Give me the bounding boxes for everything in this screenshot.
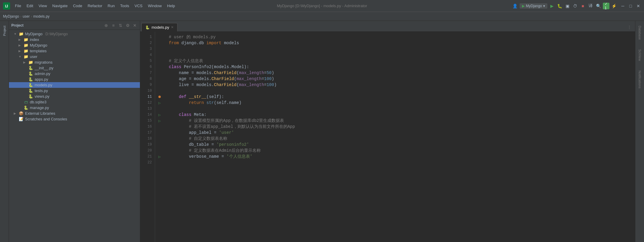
tree-item-manage[interactable]: 🐍 manage.py xyxy=(9,105,140,111)
line-num-20: 20 xyxy=(140,148,155,154)
line-num-6: 6 xyxy=(140,64,155,70)
search-everywhere-button[interactable]: 🔍 xyxy=(595,3,602,9)
menu-tools[interactable]: Tools xyxy=(118,2,132,9)
code-line-3 xyxy=(169,46,635,52)
run-button[interactable]: ▶ xyxy=(549,3,555,9)
close-button[interactable]: ✕ xyxy=(636,3,641,9)
gutter: ▷ ▷ ▷ ▷ xyxy=(155,32,164,242)
profile-button[interactable]: 👤 xyxy=(512,3,518,9)
code-line-21: verbose_name = '个人信息表' xyxy=(169,154,635,160)
menu-run[interactable]: Run xyxy=(105,2,117,9)
gutter-5 xyxy=(155,58,164,64)
line-num-21: 21 xyxy=(140,154,155,160)
gutter-6 xyxy=(155,64,164,70)
gutter-12: ▷ xyxy=(155,100,164,106)
power-save-button[interactable]: ⚡ xyxy=(611,3,617,9)
tab-close-button[interactable]: ✕ xyxy=(171,25,174,29)
tree-item-migrations[interactable]: ▶ 📁 migrations xyxy=(9,59,140,65)
code-line-10 xyxy=(169,88,635,94)
database-tab[interactable]: Database xyxy=(637,23,643,42)
code-line-4 xyxy=(169,52,635,58)
code-line-12: return str(self.name) xyxy=(169,100,635,106)
hide-panel-button[interactable]: ✕ xyxy=(132,23,138,28)
line-num-4: 4 xyxy=(140,52,155,58)
tree-item-admin[interactable]: 🐍 admin.py xyxy=(9,71,140,76)
tree-item-db[interactable]: 🗃 db.sqlite3 xyxy=(9,99,140,105)
tab-label: models.py xyxy=(152,25,169,30)
sort-button[interactable]: ⇅ xyxy=(118,23,123,28)
line-num-11: 11 xyxy=(140,94,155,100)
translate-button[interactable]: 译 xyxy=(587,3,594,9)
line-numbers: 1 2 3 4 5 6 7 8 9 10 11 12 13 14 15 16 1… xyxy=(140,32,155,242)
tree-item-index[interactable]: ▶ 📁 index xyxy=(9,37,140,42)
tree-item-mydjango[interactable]: ▶ 📁 MyDjango xyxy=(9,42,140,48)
code-line-18: # 自定义数据表名称 xyxy=(169,136,635,142)
maximize-button[interactable]: □ xyxy=(628,3,633,9)
settings-button[interactable]: ⚙ xyxy=(125,23,130,28)
gutter-20 xyxy=(155,148,164,154)
menu-edit[interactable]: Edit xyxy=(24,2,35,9)
menu-code[interactable]: Code xyxy=(71,2,85,9)
gutter-11[interactable] xyxy=(155,94,164,100)
menu-vcs[interactable]: VCS xyxy=(132,2,145,9)
inspection-badge[interactable]: ✓ 1 xyxy=(603,3,609,9)
app-logo: IJ xyxy=(3,2,10,10)
breadcrumb-item-3[interactable]: models.py xyxy=(33,14,50,19)
code-content[interactable]: # user 的 models.py from django.db import… xyxy=(164,32,635,242)
coverage-button[interactable]: ▣ xyxy=(564,3,571,9)
window-controls: ─ □ ✕ xyxy=(620,3,641,9)
tree-item-tests[interactable]: 🐍 tests.py xyxy=(9,88,140,94)
tree-item-user[interactable]: ▼ 📁 user xyxy=(9,54,140,59)
stop-button[interactable]: ■ xyxy=(580,3,586,9)
tree-item-apps[interactable]: 🐍 apps.py xyxy=(9,76,140,82)
panel-toolbar: Project ⊕ ≡ ⇅ ⚙ ✕ xyxy=(9,21,140,30)
menu-window[interactable]: Window xyxy=(146,2,164,9)
project-run-icon: ▶ xyxy=(522,4,525,8)
gutter-13 xyxy=(155,106,164,112)
code-line-13 xyxy=(169,106,635,112)
breadcrumb-item-1[interactable]: MyDjango xyxy=(3,14,19,19)
dropdown-icon: ▾ xyxy=(543,4,545,8)
panel-title: Project xyxy=(11,23,102,27)
main-layout: Project Project ⊕ ≡ ⇅ ⚙ ✕ ▼ 📁 MyDjango D… xyxy=(0,21,644,242)
tree-item-models[interactable]: 🐍 models.py xyxy=(9,82,140,88)
tab-models-py[interactable]: 🐍 models.py ✕ xyxy=(141,23,177,31)
breadcrumb-bar: MyDjango › user › models.py xyxy=(0,12,644,21)
menu-help[interactable]: Help xyxy=(165,2,177,9)
menu-file[interactable]: File xyxy=(13,2,24,9)
menu-navigate[interactable]: Navigate xyxy=(50,2,70,9)
tree-item-scratches[interactable]: 📝 Scratches and Consoles xyxy=(9,116,140,122)
code-line-22 xyxy=(169,160,635,166)
menu-refactor[interactable]: Refactor xyxy=(85,2,105,9)
code-line-1: # user 的 models.py xyxy=(169,34,635,40)
locate-file-button[interactable]: ⊕ xyxy=(104,23,109,28)
line-num-13: 13 xyxy=(140,106,155,112)
line-num-9: 9 xyxy=(140,82,155,88)
gutter-7 xyxy=(155,70,164,76)
notifications-tab[interactable]: Notifications xyxy=(637,68,643,91)
tab-bar: 🐍 models.py ✕ ⋮ xyxy=(140,21,635,32)
minimize-button[interactable]: ─ xyxy=(620,3,626,9)
tree-item-mydjango-root[interactable]: ▼ 📁 MyDjango D:\MyDjango xyxy=(9,31,140,37)
project-selector[interactable]: ▶ MyDjango ▾ xyxy=(520,3,547,9)
right-sidebar: Database SciView Notifications xyxy=(635,21,644,242)
window-title: MyDjango [D:\MyDjango] - models.py - Adm… xyxy=(277,4,367,8)
editor-area: 🐍 models.py ✕ ⋮ 1 2 3 4 5 6 7 8 9 10 11 … xyxy=(140,21,635,242)
tree-item-templates[interactable]: ▶ 📁 templates xyxy=(9,48,140,54)
tree-item-views[interactable]: 🐍 views.py xyxy=(9,94,140,99)
collapse-all-button[interactable]: ≡ xyxy=(111,23,116,28)
gutter-2 xyxy=(155,40,164,46)
gutter-9 xyxy=(155,82,164,88)
profile-run-button[interactable]: ⏱ xyxy=(572,3,578,9)
project-tab[interactable]: Project xyxy=(1,23,7,38)
tab-menu-button[interactable]: ⋮ xyxy=(625,23,634,31)
code-line-9: live = models.CharField(max_length=100) xyxy=(169,82,635,88)
tree-item-init[interactable]: 🐍 __init__.py xyxy=(9,65,140,71)
line-num-15: 15 xyxy=(140,118,155,124)
sciview-tab[interactable]: SciView xyxy=(637,47,643,63)
line-num-7: 7 xyxy=(140,70,155,76)
debug-button[interactable]: 🐛 xyxy=(556,3,563,9)
breadcrumb-item-2[interactable]: user xyxy=(23,14,30,19)
tree-item-external-libs[interactable]: ▶ 📦 External Libraries xyxy=(9,111,140,116)
menu-view[interactable]: View xyxy=(36,2,49,9)
